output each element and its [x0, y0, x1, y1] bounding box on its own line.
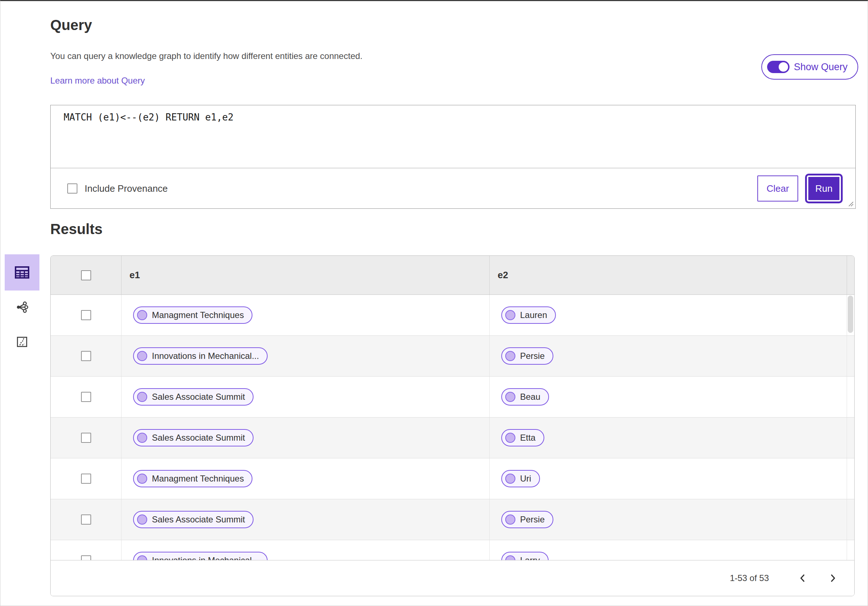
entity-pill-e2[interactable]: Larry	[501, 552, 549, 560]
table-row: Sales Associate Summit Etta	[51, 418, 854, 458]
row-checkbox[interactable]	[81, 474, 91, 484]
pagination-range: 1-53 of 53	[730, 573, 769, 583]
entity-node-icon	[137, 555, 147, 560]
include-provenance-label: Include Provenance	[85, 183, 168, 194]
entity-node-icon	[137, 514, 147, 525]
entity-label: Managment Techniques	[152, 310, 244, 320]
chevron-right-icon	[827, 572, 839, 584]
query-panel: MATCH (e1)<--(e2) RETURN e1,e2 Include P…	[50, 105, 856, 209]
table-row: Innovations in Mechanical... Larry	[51, 540, 854, 560]
column-header-e1[interactable]: e1	[121, 256, 490, 295]
toggle-switch-icon[interactable]	[767, 61, 789, 73]
table-row: Sales Associate Summit Beau	[51, 377, 854, 418]
include-provenance-checkbox[interactable]	[67, 183, 78, 194]
table-row: Sales Associate Summit Persie	[51, 499, 854, 540]
table-header: e1 e2	[51, 256, 854, 295]
graph-view-icon	[15, 300, 29, 314]
entity-node-icon	[505, 351, 515, 361]
entity-pill-e2[interactable]: Beau	[501, 388, 549, 406]
entity-label: Uri	[520, 474, 531, 484]
query-page: Query You can query a knowledge graph to…	[0, 0, 868, 606]
next-page-button[interactable]	[825, 570, 841, 586]
entity-label: Larry	[520, 555, 540, 560]
learn-more-link[interactable]: Learn more about Query	[50, 76, 145, 86]
table-view-icon	[13, 264, 31, 281]
entity-node-icon	[505, 433, 515, 443]
run-button[interactable]: Run	[808, 177, 839, 200]
entity-node-icon	[505, 555, 515, 560]
row-checkbox[interactable]	[81, 351, 91, 361]
row-checkbox[interactable]	[81, 433, 91, 443]
entity-pill-e1[interactable]: Sales Associate Summit	[133, 388, 254, 406]
row-checkbox[interactable]	[81, 392, 91, 402]
table-view-button[interactable]	[5, 254, 39, 291]
table-footer: 1-53 of 53	[51, 560, 854, 596]
entity-node-icon	[137, 310, 147, 320]
query-controls: Include Provenance Clear Run	[51, 168, 856, 209]
entity-label: Persie	[520, 514, 545, 525]
entity-label: Persie	[520, 351, 545, 361]
column-header-e2[interactable]: e2	[490, 256, 847, 295]
entity-pill-e1[interactable]: Sales Associate Summit	[133, 511, 254, 528]
previous-page-button[interactable]	[794, 570, 811, 586]
scrollbar-gutter	[847, 256, 854, 295]
entity-label: Lauren	[520, 310, 547, 320]
results-table-body: Managment Techniques Lauren Innovations …	[51, 295, 854, 560]
entity-label: Sales Associate Summit	[152, 514, 245, 525]
show-query-toggle[interactable]: Show Query	[761, 54, 858, 79]
graph-view-button[interactable]	[5, 300, 39, 314]
entity-node-icon	[137, 474, 147, 484]
entity-pill-e1[interactable]: Innovations in Mechanical...	[133, 347, 268, 365]
results-table: e1 e2 Managment Techniques Lauren	[50, 255, 855, 596]
entity-label: Managment Techniques	[152, 474, 244, 484]
entity-node-icon	[137, 433, 147, 443]
map-view-button[interactable]	[5, 335, 39, 349]
table-row: Innovations in Mechanical... Persie	[51, 336, 854, 377]
entity-node-icon	[137, 392, 147, 402]
entity-pill-e1[interactable]: Sales Associate Summit	[133, 429, 254, 446]
entity-pill-e2[interactable]: Etta	[501, 429, 544, 446]
results-title: Results	[50, 221, 103, 237]
row-checkbox[interactable]	[81, 514, 91, 525]
toggle-knob	[779, 62, 788, 71]
entity-node-icon	[505, 474, 515, 484]
entity-pill-e2[interactable]: Persie	[501, 347, 553, 365]
entity-pill-e1[interactable]: Managment Techniques	[133, 470, 253, 487]
map-view-icon	[16, 336, 29, 348]
entity-pill-e1[interactable]: Managment Techniques	[133, 306, 253, 324]
entity-label: Etta	[520, 433, 536, 443]
entity-label: Sales Associate Summit	[152, 433, 245, 443]
query-editor[interactable]: MATCH (e1)<--(e2) RETURN e1,e2	[51, 105, 856, 168]
entity-label: Innovations in Mechanical...	[152, 555, 259, 560]
entity-node-icon	[137, 351, 147, 361]
resize-handle-icon[interactable]	[848, 201, 854, 207]
entity-pill-e1[interactable]: Innovations in Mechanical...	[133, 552, 268, 560]
clear-button[interactable]: Clear	[757, 176, 798, 202]
table-row: Managment Techniques Uri	[51, 458, 854, 499]
entity-pill-e2[interactable]: Lauren	[501, 306, 556, 324]
query-description: You can query a knowledge graph to ident…	[50, 51, 363, 61]
show-query-label: Show Query	[794, 62, 848, 73]
entity-node-icon	[505, 392, 515, 402]
select-all-checkbox[interactable]	[81, 270, 91, 280]
entity-pill-e2[interactable]: Uri	[501, 470, 540, 487]
row-checkbox[interactable]	[81, 555, 91, 560]
vertical-scrollbar[interactable]	[848, 295, 853, 333]
table-row: Managment Techniques Lauren	[51, 295, 854, 336]
entity-node-icon	[505, 514, 515, 525]
page-title: Query	[50, 17, 92, 33]
entity-pill-e2[interactable]: Persie	[501, 511, 553, 528]
entity-node-icon	[505, 310, 515, 320]
entity-label: Sales Associate Summit	[152, 392, 245, 402]
row-checkbox[interactable]	[81, 310, 91, 320]
entity-label: Beau	[520, 392, 540, 402]
entity-label: Innovations in Mechanical...	[152, 351, 259, 361]
chevron-left-icon	[797, 572, 809, 584]
